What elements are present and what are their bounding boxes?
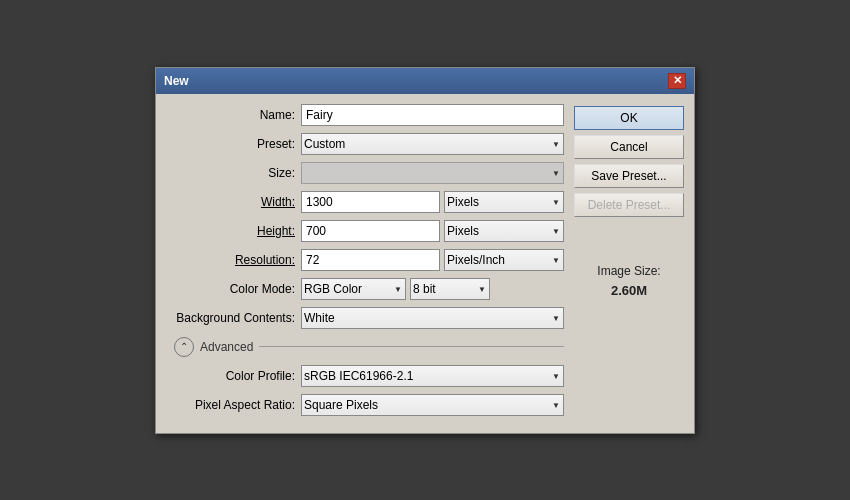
resolution-row: Resolution: Pixels/Inch Pixels/Centimete…: [166, 249, 564, 271]
advanced-toggle[interactable]: ⌃: [174, 337, 194, 357]
image-size-label: Image Size:: [574, 262, 684, 281]
color-profile-row: Color Profile: sRGB IEC61966-2.1 Adobe R…: [166, 365, 564, 387]
height-pair: Pixels Inches Centimeters: [301, 220, 564, 242]
color-profile-wrapper: sRGB IEC61966-2.1 Adobe RGB (1998) ProPh…: [301, 365, 564, 387]
width-pair: Pixels Inches Centimeters: [301, 191, 564, 213]
title-bar: New ✕: [156, 68, 694, 94]
resolution-label: Resolution:: [166, 253, 301, 267]
background-select[interactable]: White Background Color Transparent: [301, 307, 564, 329]
name-row: Name:: [166, 104, 564, 126]
color-mode-label: Color Mode:: [166, 282, 301, 296]
advanced-section: ⌃ Advanced: [174, 337, 564, 357]
resolution-unit-wrapper: Pixels/Inch Pixels/Centimeter: [444, 249, 564, 271]
name-input[interactable]: [301, 104, 564, 126]
color-mode-wrapper: RGB Color Grayscale CMYK Color: [301, 278, 406, 300]
width-unit-select[interactable]: Pixels Inches Centimeters: [444, 191, 564, 213]
pixel-aspect-row: Pixel Aspect Ratio: Square Pixels D1/DV …: [166, 394, 564, 416]
color-bit-select[interactable]: 8 bit 16 bit 32 bit: [410, 278, 490, 300]
delete-preset-button: Delete Preset...: [574, 193, 684, 217]
size-select-wrapper: [301, 162, 564, 184]
preset-row: Preset: Custom Default Photoshop Size Le…: [166, 133, 564, 155]
background-label: Background Contents:: [166, 311, 301, 325]
close-button[interactable]: ✕: [668, 73, 686, 89]
image-size-area: Image Size: 2.60M: [574, 262, 684, 302]
height-unit-select[interactable]: Pixels Inches Centimeters: [444, 220, 564, 242]
background-select-wrapper: White Background Color Transparent: [301, 307, 564, 329]
size-select: [301, 162, 564, 184]
height-row: Height: Pixels Inches Centimeters: [166, 220, 564, 242]
dialog-body: Name: Preset: Custom Default Photoshop S…: [156, 94, 694, 433]
advanced-divider: [259, 346, 564, 347]
pixel-aspect-label: Pixel Aspect Ratio:: [166, 398, 301, 412]
height-input[interactable]: [301, 220, 440, 242]
width-input[interactable]: [301, 191, 440, 213]
form-area: Name: Preset: Custom Default Photoshop S…: [166, 104, 564, 423]
pixel-aspect-wrapper: Square Pixels D1/DV NTSC (0.91) D1/DV PA…: [301, 394, 564, 416]
new-dialog: New ✕ Name: Preset: Custom Default Photo…: [155, 67, 695, 434]
color-mode-pair: RGB Color Grayscale CMYK Color 8 bit 16 …: [301, 278, 564, 300]
advanced-chevron: ⌃: [180, 341, 188, 352]
height-unit-wrapper: Pixels Inches Centimeters: [444, 220, 564, 242]
resolution-pair: Pixels/Inch Pixels/Centimeter: [301, 249, 564, 271]
color-mode-select[interactable]: RGB Color Grayscale CMYK Color: [301, 278, 406, 300]
height-label: Height:: [166, 224, 301, 238]
width-label: Width:: [166, 195, 301, 209]
buttons-area: OK Cancel Save Preset... Delete Preset..…: [574, 104, 684, 423]
ok-button[interactable]: OK: [574, 106, 684, 130]
color-profile-select[interactable]: sRGB IEC61966-2.1 Adobe RGB (1998) ProPh…: [301, 365, 564, 387]
dialog-title: New: [164, 74, 189, 88]
size-label: Size:: [166, 166, 301, 180]
cancel-button[interactable]: Cancel: [574, 135, 684, 159]
advanced-label: Advanced: [200, 340, 253, 354]
size-row: Size:: [166, 162, 564, 184]
color-mode-row: Color Mode: RGB Color Grayscale CMYK Col…: [166, 278, 564, 300]
resolution-unit-select[interactable]: Pixels/Inch Pixels/Centimeter: [444, 249, 564, 271]
color-bit-wrapper: 8 bit 16 bit 32 bit: [410, 278, 490, 300]
preset-select-wrapper: Custom Default Photoshop Size Letter: [301, 133, 564, 155]
background-row: Background Contents: White Background Co…: [166, 307, 564, 329]
preset-label: Preset:: [166, 137, 301, 151]
image-size-value: 2.60M: [574, 281, 684, 302]
preset-select[interactable]: Custom Default Photoshop Size Letter: [301, 133, 564, 155]
resolution-input[interactable]: [301, 249, 440, 271]
save-preset-button[interactable]: Save Preset...: [574, 164, 684, 188]
width-row: Width: Pixels Inches Centimeters: [166, 191, 564, 213]
name-label: Name:: [166, 108, 301, 122]
width-unit-wrapper: Pixels Inches Centimeters: [444, 191, 564, 213]
pixel-aspect-select[interactable]: Square Pixels D1/DV NTSC (0.91) D1/DV PA…: [301, 394, 564, 416]
color-profile-label: Color Profile:: [166, 369, 301, 383]
